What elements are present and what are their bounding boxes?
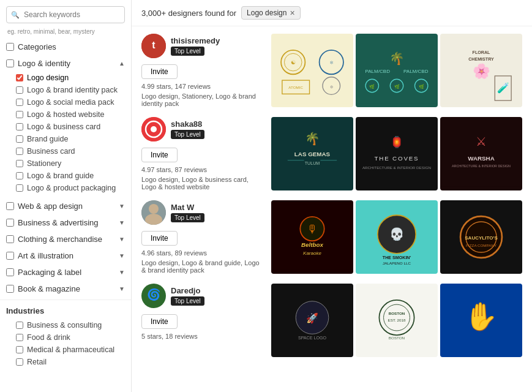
svg-text:EST. 2018: EST. 2018	[388, 318, 406, 322]
designer-row: shaka88 Top Level Invite 4.97 stars, 87 …	[141, 117, 522, 190]
svg-text:⚙: ⚙	[330, 85, 333, 89]
top-level-badge: Top Level	[171, 296, 204, 306]
sidebar-divider	[0, 300, 131, 300]
food-drink-item[interactable]: Food & drink	[6, 331, 125, 344]
book-checkbox[interactable]	[6, 285, 14, 293]
logo-hosted-website-checkbox[interactable]	[16, 111, 23, 118]
art-checkbox[interactable]	[6, 252, 14, 260]
designer-name: thisisremedy	[171, 36, 220, 45]
portfolio-images: 🚀 SPACE LOGO BOSTON EST. 2018 BOSTON	[271, 284, 522, 357]
art-illustration-section[interactable]: Art & illustration ▼	[0, 247, 131, 264]
medical-pharmaceutical-item[interactable]: Medical & pharmaceutical	[6, 344, 125, 356]
logo-social-media-item[interactable]: Logo & social media pack	[6, 96, 125, 108]
stationery-checkbox[interactable]	[16, 160, 23, 167]
sidebar: 🔍 eg. retro, minimal, bear, mystery Cate…	[0, 0, 132, 392]
clothing-merchandise-section[interactable]: Clothing & merchandise ▼	[0, 231, 131, 247]
svg-text:SAUCYLITO'S: SAUCYLITO'S	[465, 235, 498, 241]
retail-checkbox[interactable]	[16, 358, 23, 366]
tags-text: Logo design, Stationery, Logo & brand id…	[141, 92, 264, 107]
svg-text:TULUM: TULUM	[305, 161, 320, 166]
main-content: 3,000+ designers found for Logo design ×…	[132, 0, 532, 392]
logo-identity-header[interactable]: Logo & identity ▲	[0, 55, 131, 72]
logo-social-media-checkbox[interactable]	[16, 99, 23, 106]
svg-text:BOSTON: BOSTON	[389, 336, 405, 340]
portfolio-image[interactable]: 🏮 THE COVES ARCHITECTURE & INTERIOR DESI…	[356, 117, 438, 190]
packaging-label-section[interactable]: Packaging & label ▼	[0, 264, 131, 281]
svg-text:PALM/CBD: PALM/CBD	[365, 69, 390, 74]
business-advertising-section[interactable]: Business & advertising ▼	[0, 214, 131, 231]
categories-checkbox[interactable]	[6, 43, 14, 51]
search-input[interactable]	[6, 6, 125, 23]
portfolio-images: 🎙 Beltbox Karaoke 💀 THE SMOKIN' JALAPENO…	[271, 200, 522, 274]
logo-brand-guide-item[interactable]: Logo & brand guide	[6, 170, 125, 182]
svg-text:🎙: 🎙	[307, 223, 318, 235]
top-level-badge: Top Level	[171, 130, 204, 139]
stationery-item[interactable]: Stationery	[6, 157, 125, 170]
portfolio-image[interactable]: 🚀 SPACE LOGO	[271, 284, 353, 357]
logo-brand-identity-checkbox[interactable]	[16, 86, 23, 94]
invite-button[interactable]: Invite	[141, 314, 178, 329]
clothing-checkbox[interactable]	[6, 235, 14, 243]
medical-pharmaceutical-checkbox[interactable]	[16, 346, 23, 353]
retail-item[interactable]: Retail	[6, 356, 125, 368]
designer-header: 🌀 Daredjo Top Level	[141, 284, 264, 308]
designer-name-block: thisisremedy Top Level	[171, 36, 220, 56]
portfolio-image[interactable]: SAUCYLITO'S PIZZA COMPANY	[440, 200, 522, 274]
designer-row: 🌀 Daredjo Top Level Invite 5 stars, 18 r…	[141, 284, 522, 357]
web-app-design-section[interactable]: Web & app design ▼	[0, 198, 131, 214]
designer-header: Mat W Top Level	[141, 200, 264, 225]
business-consulting-item[interactable]: Business & consulting	[6, 319, 125, 331]
svg-text:JALAPENO LLC: JALAPENO LLC	[383, 261, 411, 265]
result-count: 3,000+ designers found for	[141, 9, 236, 18]
svg-text:✋: ✋	[464, 300, 498, 333]
designer-name: Mat W	[171, 203, 204, 212]
business-advertising-checkbox[interactable]	[6, 219, 14, 227]
business-consulting-checkbox[interactable]	[16, 322, 23, 329]
portfolio-image[interactable]: 🌴 PALM/CBD PALM/CBD 🌿 🌿 🌿	[356, 34, 438, 107]
logo-product-packaging-item[interactable]: Logo & product packaging	[6, 182, 125, 194]
svg-text:Beltbox: Beltbox	[301, 241, 324, 248]
brand-guide-checkbox[interactable]	[16, 135, 23, 143]
designer-info: Mat W Top Level Invite 4.96 stars, 89 re…	[141, 200, 264, 274]
invite-button[interactable]: Invite	[141, 64, 178, 79]
portfolio-image[interactable]: 🌴 LAS GEMAS TULUM	[271, 117, 353, 190]
portfolio-image[interactable]: FLORAL CHEMISTRY 🌸 🧪	[440, 34, 522, 107]
invite-button[interactable]: Invite	[141, 148, 178, 162]
logo-identity-section: Logo & identity ▲ Logo design Logo & bra…	[0, 55, 131, 198]
portfolio-image[interactable]: 🎙 Beltbox Karaoke	[271, 200, 353, 274]
chevron-down-icon5: ▼	[119, 269, 125, 276]
portfolio-image[interactable]: 💀 THE SMOKIN' JALAPENO LLC	[356, 200, 438, 274]
logo-identity-items: Logo design Logo & brand identity pack L…	[0, 72, 131, 198]
portfolio-image[interactable]: ☯ ⚛ ATOMIC ⚙	[271, 34, 353, 107]
avatar: t	[141, 34, 166, 58]
filter-tag: Logo design ×	[241, 6, 301, 20]
logo-brand-identity-item[interactable]: Logo & brand identity pack	[6, 84, 125, 96]
svg-rect-2	[271, 37, 353, 103]
invite-button[interactable]: Invite	[141, 231, 178, 246]
logo-business-card-checkbox[interactable]	[16, 123, 23, 130]
logo-hosted-website-item[interactable]: Logo & hosted website	[6, 108, 125, 121]
svg-text:ATOMIC: ATOMIC	[288, 85, 303, 89]
portfolio-image[interactable]: ⚔ WARSHA ARCHITECTURE & INTERIOR DESIGN	[440, 117, 522, 190]
logo-identity-checkbox[interactable]	[6, 59, 14, 67]
business-card-item[interactable]: Business card	[6, 145, 125, 157]
food-drink-checkbox[interactable]	[16, 334, 23, 341]
logo-design-item[interactable]: Logo design	[6, 72, 125, 84]
portfolio-images: ☯ ⚛ ATOMIC ⚙ 🌴 PALM/CBD PA	[271, 34, 522, 107]
svg-text:💀: 💀	[389, 227, 405, 241]
stars-text: 4.99 stars, 147 reviews	[141, 83, 264, 90]
logo-product-packaging-checkbox[interactable]	[16, 184, 23, 192]
portfolio-image[interactable]: ✋	[440, 284, 522, 357]
portfolio-image[interactable]: BOSTON EST. 2018 BOSTON	[356, 284, 438, 357]
logo-business-card-item[interactable]: Logo & business card	[6, 121, 125, 133]
brand-guide-item[interactable]: Brand guide	[6, 133, 125, 145]
svg-text:🌀: 🌀	[147, 288, 161, 301]
business-card-checkbox[interactable]	[16, 148, 23, 155]
industries-items: Business & consulting Food & drink Medic…	[0, 319, 131, 372]
web-app-checkbox[interactable]	[6, 202, 14, 210]
filter-remove-button[interactable]: ×	[290, 9, 294, 17]
packaging-checkbox[interactable]	[6, 268, 14, 276]
logo-brand-guide-checkbox[interactable]	[16, 172, 23, 179]
book-magazine-section[interactable]: Book & magazine ▼	[0, 281, 131, 297]
logo-design-checkbox[interactable]	[16, 74, 23, 81]
